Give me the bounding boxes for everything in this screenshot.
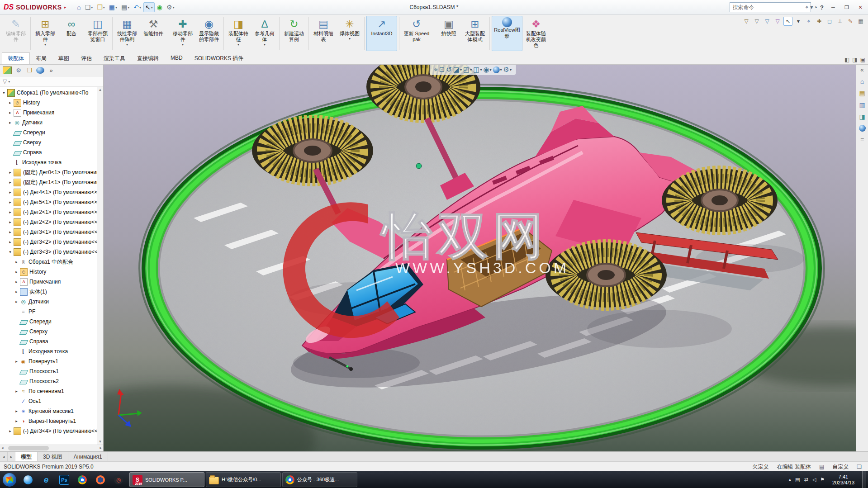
close-button[interactable]: ✕ bbox=[854, 2, 867, 13]
tree-item[interactable]: Сверху bbox=[0, 327, 97, 336]
status-page-icon[interactable]: ❏ bbox=[857, 464, 862, 470]
design-library-icon[interactable]: ▤ bbox=[859, 90, 865, 97]
expand-arrow-icon[interactable]: ▸ bbox=[14, 270, 19, 274]
assembly-features-button[interactable]: ◨装配体特征▾ bbox=[226, 16, 251, 51]
filter-dropdown-icon[interactable]: ▾ bbox=[8, 80, 10, 84]
tree-item[interactable]: Исходная точка bbox=[0, 346, 97, 356]
view-palette-icon[interactable]: ◨ bbox=[859, 113, 865, 120]
options-gear-button[interactable]: ⚙▾ bbox=[165, 2, 176, 12]
taskbar-app-solidworks[interactable]: S2019SOLIDWORKS P... bbox=[129, 472, 204, 487]
command-search-box[interactable]: ⌖ ▾ bbox=[730, 2, 811, 12]
filter-edges-icon[interactable]: ▽ bbox=[763, 17, 772, 26]
tab-addins[interactable]: SOLIDWORKS 插件 bbox=[189, 52, 250, 64]
tree-item[interactable]: ▸(-) Дет3<2> (По умолчанию<<По ум bbox=[0, 237, 97, 247]
linear-component-pattern-button[interactable]: ▦线性零部件阵列▾ bbox=[114, 16, 140, 51]
expand-arrow-icon[interactable]: ▸ bbox=[14, 359, 19, 364]
configurationmanager-tab[interactable]: ❒ bbox=[25, 66, 33, 74]
expand-arrow-icon[interactable]: ▸ bbox=[7, 240, 13, 244]
tree-item[interactable]: ▸实体(1) bbox=[0, 287, 97, 297]
filter-clear-icon[interactable]: ▽ bbox=[742, 17, 751, 26]
undo-button[interactable]: ↶▾ bbox=[132, 2, 143, 12]
tray-expand-icon[interactable]: ▴ bbox=[789, 477, 792, 483]
tab-sketch[interactable]: 草图 bbox=[52, 52, 75, 64]
tree-item[interactable]: Справа bbox=[0, 336, 97, 346]
move-component-button[interactable]: ✚移动零部件▾ bbox=[170, 16, 195, 51]
tree-item[interactable]: ▸History bbox=[0, 98, 97, 108]
filter-faces-icon[interactable]: ▽ bbox=[773, 17, 782, 26]
perpendicular-icon[interactable]: ⊥ bbox=[835, 17, 844, 26]
start-button[interactable] bbox=[3, 473, 16, 487]
minimize-button[interactable]: ─ bbox=[826, 2, 840, 13]
edit-appearance-button[interactable]: ▾ bbox=[493, 66, 502, 73]
scroll-left-icon[interactable]: ◂ bbox=[1, 445, 4, 450]
propertymanager-tab[interactable]: ⚙ bbox=[14, 66, 23, 74]
model-tab[interactable]: 模型 bbox=[15, 452, 38, 462]
zoom-area-button[interactable]: ⊡ bbox=[439, 66, 445, 74]
tree-item[interactable]: ▸(固定) Дет1<1> (По умолчанию<<По bbox=[0, 177, 97, 187]
tree-item[interactable]: ▾Сборка1 (По умолчанию<По bbox=[0, 88, 97, 98]
pane-full-icon[interactable]: ▣ bbox=[860, 57, 865, 63]
expand-arrow-icon[interactable]: ▸ bbox=[7, 120, 13, 125]
tree-item[interactable]: ▸Примечания bbox=[0, 277, 97, 287]
expand-arrow-icon[interactable]: ▸ bbox=[14, 299, 19, 304]
tree-item[interactable]: Спереди bbox=[0, 128, 97, 137]
tree-item[interactable]: ▸Датчики bbox=[0, 118, 97, 128]
insert-components-button[interactable]: ⊞插入零部件▾ bbox=[33, 16, 58, 51]
taskbar-icon-chrome[interactable] bbox=[74, 473, 90, 487]
reference-geometry-button[interactable]: ∆参考几何体▾ bbox=[252, 16, 277, 51]
take-snapshot-button[interactable]: ▣拍快照 bbox=[436, 16, 461, 51]
search-dropdown-icon[interactable]: ▾ bbox=[810, 4, 813, 10]
pane-split-icon[interactable]: ◧ bbox=[844, 57, 849, 63]
tree-item[interactable]: ▸(-) Дет2<2> (По умолчанию<<По ум bbox=[0, 217, 97, 227]
search-input[interactable] bbox=[732, 4, 804, 11]
previous-view-button[interactable]: ↺ bbox=[446, 66, 452, 74]
expand-arrow-icon[interactable]: ▸ bbox=[7, 110, 13, 115]
status-sheet-icon[interactable]: ▤ bbox=[819, 464, 824, 470]
graphics-area[interactable]: #hb{fill:#f2f2f2;opacity:.92} bbox=[103, 64, 856, 451]
tree-item[interactable]: PF bbox=[0, 307, 97, 317]
section-view-button[interactable]: ◪▾ bbox=[453, 66, 462, 74]
expand-panel-tabs[interactable]: » bbox=[47, 66, 55, 74]
taskbar-icon-firefox[interactable] bbox=[92, 473, 109, 487]
hide-show-items-button[interactable]: ◉▾ bbox=[483, 66, 491, 74]
animation1-tab[interactable]: Анимация1 bbox=[68, 452, 108, 462]
help-icon[interactable]: ? bbox=[820, 4, 824, 11]
tree-item[interactable]: ▸По сечениям1 bbox=[0, 386, 97, 396]
collapse-taskpane-icon[interactable]: « bbox=[860, 66, 864, 73]
exploded-view-button[interactable]: ✳爆炸视图▾ bbox=[337, 16, 362, 51]
tray-flag-icon[interactable]: ⚑ bbox=[820, 477, 825, 483]
user-account-icon[interactable]: ◔ bbox=[814, 4, 817, 11]
home-taskpane-icon[interactable]: ⌂ bbox=[860, 78, 864, 85]
solidworks-logo[interactable]: DS SOLIDWORKS ▸ bbox=[0, 0, 71, 14]
expand-arrow-icon[interactable]: ▸ bbox=[7, 180, 13, 185]
select-tool-icon[interactable]: ↖ bbox=[783, 17, 792, 26]
expand-arrow-icon[interactable]: ▸ bbox=[7, 220, 13, 224]
scroll-down-icon[interactable]: ▼ bbox=[99, 440, 102, 444]
tree-item[interactable]: ▸(-) Дет3<4> (По умолчанию<<По ум bbox=[0, 426, 97, 436]
tree-item[interactable]: ▸Вырез-Повернуть1 bbox=[0, 416, 97, 426]
expand-arrow-icon[interactable]: ▾ bbox=[1, 90, 7, 95]
tree-item[interactable]: Справа bbox=[0, 147, 97, 157]
appearances-icon[interactable] bbox=[859, 125, 866, 132]
smart-fasteners-button[interactable]: ⚒智能扣件 bbox=[141, 16, 166, 51]
measure-icon[interactable]: ⌖ bbox=[804, 17, 813, 26]
tray-display-icon[interactable]: ▤ bbox=[795, 477, 800, 483]
expand-arrow-icon[interactable]: ▸ bbox=[14, 280, 19, 284]
pane-arrange-icon[interactable]: ◨ bbox=[852, 57, 857, 63]
taskbar-app-folder[interactable]: H:\微信公众号\0... bbox=[206, 472, 281, 487]
taskbar-icon-ie[interactable]: e bbox=[38, 473, 54, 487]
taskbar-icon-360[interactable]: ◎ bbox=[110, 473, 127, 487]
new-document-button[interactable]: ❏▾ bbox=[83, 2, 95, 12]
tree-horizontal-scrollbar[interactable]: ◂ ▸ bbox=[0, 445, 103, 451]
filter-funnel-icon[interactable]: ▽ bbox=[3, 78, 7, 85]
tree-item[interactable]: ▸Круговой массив1 bbox=[0, 406, 97, 416]
show-desktop-button[interactable] bbox=[862, 471, 866, 488]
tray-volume-icon[interactable]: ◁ bbox=[812, 477, 816, 483]
file-explorer-icon[interactable]: ▥ bbox=[859, 101, 865, 109]
tab-direct-editing[interactable]: 直接编辑 bbox=[131, 52, 165, 64]
tab-assembly[interactable]: 装配体 bbox=[2, 52, 30, 64]
tree-item[interactable]: Исходная точка bbox=[0, 157, 97, 167]
display-style-button[interactable]: ◫▾ bbox=[473, 66, 482, 74]
expand-arrow-icon[interactable]: ▸ bbox=[14, 409, 19, 413]
tree-item[interactable]: ▸Датчики bbox=[0, 297, 97, 307]
